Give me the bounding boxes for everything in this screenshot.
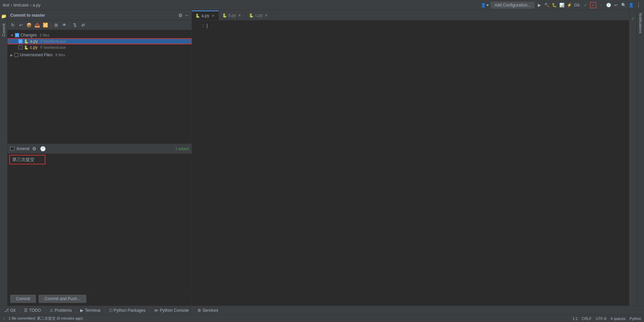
refresh-btn[interactable]: ↻ <box>9 21 16 29</box>
cpy-file-icon: 🐍 <box>24 45 29 50</box>
notifications-check-icon[interactable]: ✓ <box>629 13 636 21</box>
editor-content[interactable]: 1 <box>192 20 629 306</box>
tab-apy-close[interactable]: ✕ <box>211 13 215 18</box>
amend-row: Amend ⚙ 🕐 1 added <box>8 144 192 154</box>
user-icon[interactable]: 👤 <box>628 2 634 8</box>
undo-btn[interactable]: ↩ <box>17 21 25 29</box>
debug-icon[interactable]: 🐛 <box>551 2 557 8</box>
line-ending[interactable]: CRLF <box>582 317 592 321</box>
commit-push-button[interactable]: Commit and Push... <box>39 295 86 303</box>
bottom-tab-terminal[interactable]: ▶ Terminal <box>76 306 104 314</box>
more-options-icon[interactable]: ⋮ <box>636 2 641 8</box>
added-label: 1 added <box>175 147 189 151</box>
profile-button[interactable]: 👤 ▾ <box>481 3 489 8</box>
tab-cpy[interactable]: 🐍 c.py ✕ <box>246 11 272 20</box>
run-icon[interactable]: ▶ <box>536 2 542 8</box>
expand-btn[interactable]: ⇅ <box>71 21 79 29</box>
toolbar-divider <box>51 23 51 28</box>
editor-text[interactable] <box>206 20 629 306</box>
bottom-tab-todo[interactable]: ☰ TODO <box>20 306 45 314</box>
tab-cpy-label: c.py <box>255 13 263 18</box>
tab-apy-icon: 🐍 <box>195 14 200 18</box>
breadcrumb-sep2: › <box>30 3 31 8</box>
unversioned-count: 8 files <box>55 53 65 57</box>
git-commit-check-icon[interactable]: ✓ <box>590 2 596 8</box>
commit-panel-header: Commit to master ⚙ − <box>8 10 192 20</box>
amend-settings-icon[interactable]: ⚙ <box>31 145 37 152</box>
breadcrumb: test › testcase › a.py <box>3 3 41 8</box>
indent[interactable]: 4 spaces <box>611 317 626 321</box>
changes-checkbox[interactable] <box>15 33 19 37</box>
commit-button[interactable]: Commit <box>10 295 36 303</box>
changes-section-header[interactable]: ▼ Changes 2 files <box>8 32 192 38</box>
line-numbers: 1 <box>192 20 206 306</box>
add-configuration-button[interactable]: Add Configuration... <box>491 2 534 9</box>
commit-toolbar: ↻ ↩ 📦 📤 🔀 ⊞ 👁 ⇅ ⇄ <box>8 20 192 30</box>
minimize-icon[interactable]: − <box>185 12 189 19</box>
amend-clock-icon[interactable]: 🕐 <box>39 145 46 152</box>
status-bar-right: 1:1 CRLF UTF-8 4 spaces Python <box>573 317 641 321</box>
todo-tab-label: TODO <box>29 308 41 313</box>
unversioned-label: Unversioned Files <box>20 53 53 57</box>
tab-cpy-close[interactable]: ✕ <box>264 13 268 18</box>
profile-run-icon[interactable]: ⚡ <box>566 2 572 8</box>
unversioned-section-header[interactable]: ▶ Unversioned Files 8 files <box>8 52 192 58</box>
file-type[interactable]: Python <box>630 317 641 321</box>
commit-message-text[interactable]: 第三次提交 <box>10 156 44 163</box>
collapse-btn[interactable]: ⇄ <box>79 21 87 29</box>
profile-dropdown-icon: ▾ <box>487 3 489 8</box>
apy-filepath: F:\test\testcase <box>41 39 66 43</box>
rollback-icon[interactable]: ↩ <box>613 2 619 8</box>
encoding[interactable]: UTF-8 <box>596 317 606 321</box>
commit-btn-row: Commit Commit and Push... <box>8 292 192 306</box>
git-check-icon[interactable]: ✓ <box>583 2 588 8</box>
history-icon[interactable]: 🕐 <box>606 2 611 8</box>
commit-panel: Commit to master ⚙ − ↻ ↩ 📦 📤 🔀 ⊞ 👁 ⇅ ⇄ ▼ <box>8 10 192 306</box>
sidebar-project-icon[interactable]: 📁 <box>0 12 7 21</box>
coverage-icon[interactable]: 📊 <box>559 2 564 8</box>
settings-icon[interactable]: ⚙ <box>178 12 183 19</box>
bottom-tab-services[interactable]: ⚙ Services <box>193 306 223 314</box>
show-ignored-btn[interactable]: 👁 <box>60 21 68 29</box>
tab-bpy-close[interactable]: ✕ <box>237 13 242 18</box>
bottom-tab-git[interactable]: ⎇ Git <box>0 306 20 314</box>
apy-checkbox[interactable] <box>18 39 23 43</box>
tab-bpy[interactable]: 🐍 b.py ✕ <box>219 11 246 20</box>
bottom-bar: ⎇ Git ☰ TODO ⚠ Problems ▶ Terminal ⬡ Pyt… <box>0 306 644 314</box>
notifications-label[interactable]: Notifications <box>638 10 643 36</box>
line-number-1: 1 <box>193 23 204 28</box>
cpy-checkbox[interactable] <box>18 45 23 49</box>
git-push-icon[interactable]: ↑ <box>598 2 604 8</box>
unversioned-checkbox[interactable] <box>14 53 18 57</box>
cpy-filepath: F:\test\testcase <box>40 45 66 49</box>
top-bar: test › testcase › a.py 👤 ▾ Add Configura… <box>0 0 644 10</box>
breadcrumb-project[interactable]: test <box>3 3 9 8</box>
commit-message-box[interactable]: 第三次提交 <box>8 154 192 181</box>
breadcrumb-file[interactable]: a.py <box>33 3 41 8</box>
changes-section: ▼ Changes 2 files 🐍 a.py F:\test\testcas… <box>8 31 192 51</box>
unshelve-btn[interactable]: 📤 <box>33 21 41 29</box>
cursor-position[interactable]: 1:1 <box>573 317 578 321</box>
amend-checkbox[interactable] <box>10 147 14 151</box>
diff-btn[interactable]: ⊞ <box>52 21 60 29</box>
amend-label: Amend <box>16 146 29 151</box>
shelve-btn[interactable]: 📦 <box>25 21 33 29</box>
problems-tab-label: Problems <box>55 308 72 313</box>
tab-apy[interactable]: 🐍 a.py ✕ <box>192 11 219 20</box>
cpy-filename: c.py <box>30 45 38 50</box>
commit-actions-area <box>8 181 192 292</box>
python-console-tab-icon: ≫ <box>154 308 158 313</box>
bottom-tab-python-packages[interactable]: ⬡ Python Packages <box>105 306 150 314</box>
breadcrumb-folder[interactable]: testcase <box>13 3 29 8</box>
tab-bpy-label: b.py <box>228 13 236 18</box>
search-icon[interactable]: 🔍 <box>621 2 626 8</box>
file-tree: ▼ Changes 2 files 🐍 a.py F:\test\testcas… <box>8 30 192 144</box>
revert-btn[interactable]: 🔀 <box>42 21 49 29</box>
sidebar-item-commit[interactable]: Commit <box>1 21 6 39</box>
bottom-tab-python-console[interactable]: ≫ Python Console <box>150 306 193 314</box>
file-item-apy[interactable]: 🐍 a.py F:\test\testcase <box>8 38 192 44</box>
bottom-tab-problems[interactable]: ⚠ Problems <box>45 306 76 314</box>
file-item-cpy[interactable]: 🐍 c.py F:\test\testcase <box>8 44 192 50</box>
tabs-bar: 🐍 a.py ✕ 🐍 b.py ✕ 🐍 c.py ✕ <box>192 10 629 20</box>
build-icon[interactable]: 🔨 <box>544 2 549 8</box>
